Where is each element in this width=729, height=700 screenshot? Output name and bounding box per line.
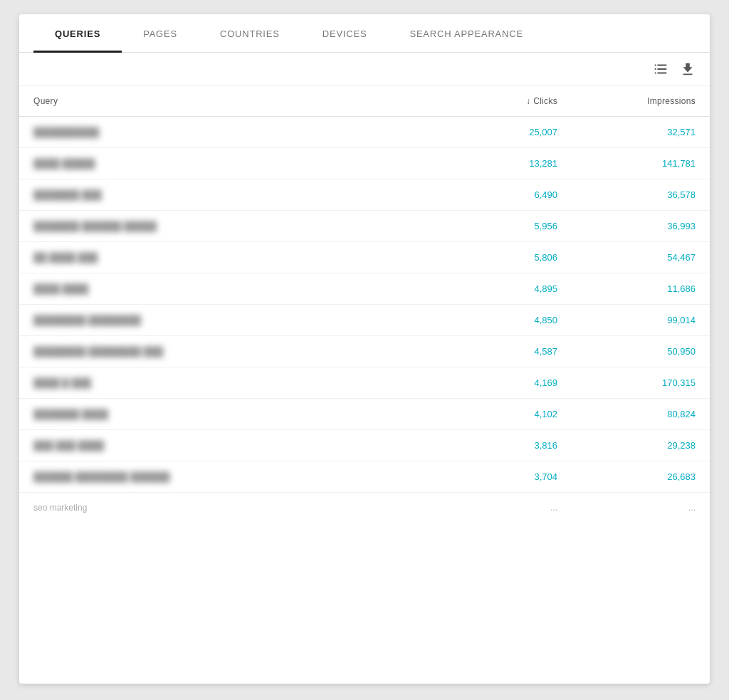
- table-cell-clicks: 5,956: [434, 211, 572, 242]
- table-cell-query[interactable]: ███ ███ ████: [19, 430, 434, 461]
- col-header-clicks[interactable]: ↓Clicks: [434, 86, 572, 117]
- table-cell-query[interactable]: ██████████: [19, 117, 434, 148]
- table-cell-clicks: 6,490: [434, 179, 572, 211]
- data-table: Query ↓Clicks Impressions ██████████25,0…: [19, 86, 710, 523]
- table-cell-query[interactable]: ████████ ████████ ███: [19, 336, 434, 367]
- table-cell-query[interactable]: ███████ ██████ █████: [19, 211, 434, 242]
- table-cell-impressions: 99,014: [572, 305, 710, 336]
- table-cell-query[interactable]: ████ ████: [19, 273, 434, 305]
- footer-cell-clicks: ...: [434, 493, 572, 523]
- table-cell-impressions: 54,467: [572, 242, 710, 273]
- tab-pages[interactable]: PAGES: [122, 14, 199, 53]
- table-cell-impressions: 50,950: [572, 336, 710, 367]
- table-cell-impressions: 141,781: [572, 148, 710, 179]
- tab-search-appearance[interactable]: SEARCH APPEARANCE: [388, 14, 545, 53]
- table-cell-clicks: 4,587: [434, 336, 572, 367]
- col-header-query: Query: [19, 86, 434, 117]
- toolbar: [19, 53, 710, 86]
- download-icon[interactable]: [680, 61, 696, 77]
- table-row: ███ ███ ████3,81629,238: [19, 430, 710, 461]
- tab-bar: QUERIES PAGES COUNTRIES DEVICES SEARCH A…: [19, 14, 710, 53]
- table-footer-row: seo marketing......: [19, 493, 710, 523]
- table-cell-query[interactable]: ████████ ████████: [19, 305, 434, 336]
- main-card: QUERIES PAGES COUNTRIES DEVICES SEARCH A…: [19, 14, 710, 684]
- table-row: ████████ ████████ ███4,58750,950: [19, 336, 710, 367]
- table-cell-query[interactable]: ██████ ████████ ██████: [19, 461, 434, 493]
- table-cell-clicks: 3,816: [434, 430, 572, 461]
- footer-cell-impressions: ...: [572, 493, 710, 523]
- table-cell-query[interactable]: ████ █ ███: [19, 367, 434, 399]
- table-cell-impressions: 32,571: [572, 117, 710, 148]
- table-row: ████████ ████████4,85099,014: [19, 305, 710, 336]
- tab-devices[interactable]: DEVICES: [301, 14, 389, 53]
- table-cell-clicks: 3,704: [434, 461, 572, 493]
- tab-countries[interactable]: COUNTRIES: [199, 14, 301, 53]
- table-row: ████ █████13,281141,781: [19, 148, 710, 179]
- table-cell-impressions: 36,993: [572, 211, 710, 242]
- table-cell-query[interactable]: ████ █████: [19, 148, 434, 179]
- table-cell-query[interactable]: ███████ ███: [19, 179, 434, 211]
- tab-queries[interactable]: QUERIES: [33, 14, 122, 53]
- table-cell-impressions: 11,686: [572, 273, 710, 305]
- table-row: ███████ ████4,10280,824: [19, 399, 710, 430]
- table-row: ███████ ██████ █████5,95636,993: [19, 211, 710, 242]
- table-cell-impressions: 170,315: [572, 367, 710, 399]
- table-cell-impressions: 80,824: [572, 399, 710, 430]
- table-cell-clicks: 4,102: [434, 399, 572, 430]
- table-cell-clicks: 13,281: [434, 148, 572, 179]
- table-cell-query[interactable]: ██ ████ ███: [19, 242, 434, 273]
- table-row: ████ █ ███4,169170,315: [19, 367, 710, 399]
- table-cell-clicks: 4,850: [434, 305, 572, 336]
- table-row: ████ ████4,89511,686: [19, 273, 710, 305]
- table-header-row: Query ↓Clicks Impressions: [19, 86, 710, 117]
- col-header-impressions: Impressions: [572, 86, 710, 117]
- table-cell-clicks: 5,806: [434, 242, 572, 273]
- table-cell-query[interactable]: ███████ ████: [19, 399, 434, 430]
- table-cell-impressions: 26,683: [572, 461, 710, 493]
- table-cell-impressions: 36,578: [572, 179, 710, 211]
- table-cell-impressions: 29,238: [572, 430, 710, 461]
- table-cell-clicks: 4,169: [434, 367, 572, 399]
- table-cell-clicks: 25,007: [434, 117, 572, 148]
- table-cell-clicks: 4,895: [434, 273, 572, 305]
- sort-arrow-icon: ↓: [526, 96, 530, 106]
- footer-cell-query: seo marketing: [19, 493, 434, 523]
- filter-icon[interactable]: [653, 61, 668, 77]
- table-row: ██████ ████████ ██████3,70426,683: [19, 461, 710, 493]
- table-row: ███████ ███6,49036,578: [19, 179, 710, 211]
- table-row: ██████████25,00732,571: [19, 117, 710, 148]
- table-row: ██ ████ ███5,80654,467: [19, 242, 710, 273]
